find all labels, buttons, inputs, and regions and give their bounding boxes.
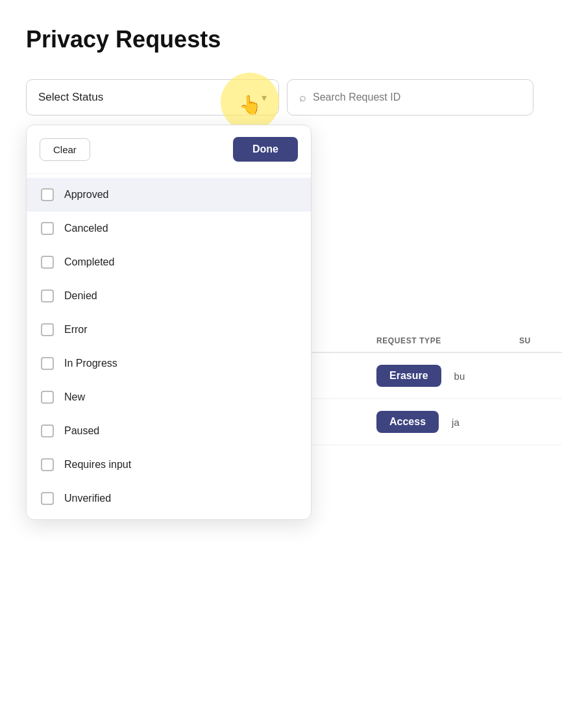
option-label-paused: Paused	[64, 425, 99, 437]
option-label-canceled: Canceled	[64, 223, 108, 234]
option-in-progress[interactable]: In Progress	[27, 347, 311, 380]
option-requires-input[interactable]: Requires input	[27, 448, 311, 482]
option-unverified[interactable]: Unverified	[27, 482, 311, 515]
search-icon: ⌕	[299, 91, 306, 104]
option-label-new: New	[64, 391, 85, 403]
col-header-request-type: REQUEST TYPE	[376, 336, 519, 345]
done-button[interactable]: Done	[233, 137, 298, 162]
select-status-button[interactable]: Select Status ▾	[26, 79, 279, 116]
option-label-completed: Completed	[64, 256, 114, 268]
status-dropdown-menu: Clear Done Approved Canceled Completed D…	[26, 125, 312, 520]
checkbox-requires-input[interactable]	[41, 458, 54, 471]
clear-button[interactable]: Clear	[40, 138, 90, 161]
option-label-requires-input: Requires input	[64, 459, 131, 471]
option-new[interactable]: New	[27, 380, 311, 414]
checkbox-paused[interactable]	[41, 424, 54, 437]
option-label-error: Error	[64, 324, 88, 336]
option-denied[interactable]: Denied	[27, 279, 311, 313]
search-input[interactable]	[313, 92, 521, 103]
chevron-down-icon: ▾	[262, 92, 267, 104]
option-completed[interactable]: Completed	[27, 245, 311, 279]
checkbox-new[interactable]	[41, 391, 54, 404]
search-box: ⌕	[287, 79, 533, 116]
checkbox-approved[interactable]	[41, 188, 54, 201]
option-approved[interactable]: Approved	[27, 178, 311, 212]
checkbox-error[interactable]	[41, 323, 54, 336]
option-label-denied: Denied	[64, 290, 97, 302]
request-type-badge-erasure: Erasure	[376, 365, 441, 387]
option-canceled[interactable]: Canceled	[27, 212, 311, 245]
page-title: Privacy Requests	[26, 26, 562, 53]
checkbox-unverified[interactable]	[41, 492, 54, 505]
option-label-approved: Approved	[64, 189, 109, 201]
checkbox-canceled[interactable]	[41, 222, 54, 235]
option-label-in-progress: In Progress	[64, 358, 117, 369]
subject-text-erasure: bu	[454, 371, 465, 382]
option-paused[interactable]: Paused	[27, 414, 311, 448]
request-type-badge-access: Access	[376, 411, 439, 433]
filters-row: Select Status ▾ 👆 ⌕ Clear Done Approved …	[26, 79, 562, 116]
col-header-subject: SU	[519, 336, 531, 345]
select-status-label: Select Status	[38, 91, 103, 104]
checkbox-in-progress[interactable]	[41, 357, 54, 370]
dropdown-header: Clear Done	[27, 125, 311, 174]
checkbox-completed[interactable]	[41, 256, 54, 269]
option-error[interactable]: Error	[27, 313, 311, 347]
dropdown-options: Approved Canceled Completed Denied Error	[27, 174, 311, 519]
checkbox-denied[interactable]	[41, 289, 54, 302]
option-label-unverified: Unverified	[64, 493, 111, 504]
subject-text-access: ja	[452, 417, 459, 428]
